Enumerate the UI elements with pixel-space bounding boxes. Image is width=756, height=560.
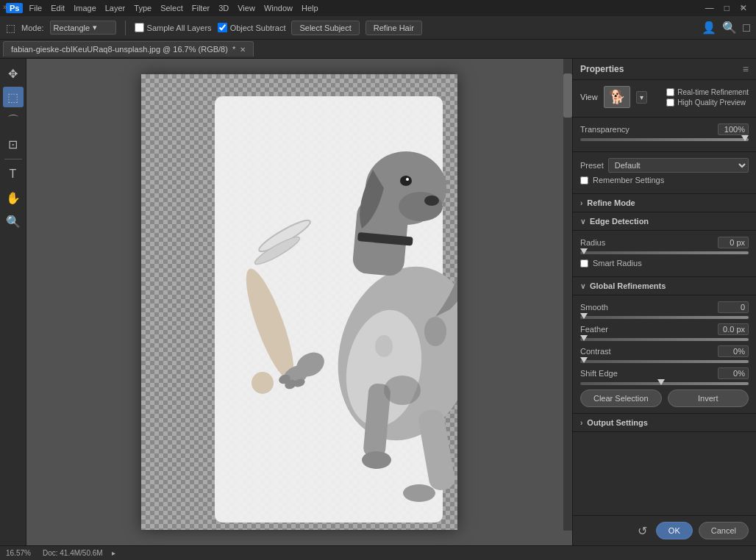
menu-type[interactable]: Type bbox=[134, 4, 151, 12]
crop-tool[interactable]: ⊡ bbox=[3, 134, 24, 154]
menu-view[interactable]: View bbox=[238, 4, 255, 12]
scroll-handle[interactable] bbox=[563, 73, 572, 118]
refine-hair-button[interactable]: Refine Hair bbox=[365, 21, 422, 35]
tab-modified: * bbox=[232, 45, 235, 54]
ok-button[interactable]: OK bbox=[656, 522, 693, 539]
refine-mode-label: Refine Mode bbox=[587, 198, 635, 207]
hand-tool[interactable]: ✋ bbox=[3, 187, 24, 208]
feather-slider[interactable] bbox=[580, 338, 749, 341]
global-refinements-header[interactable]: ∨ Global Refinements bbox=[573, 277, 756, 295]
account-icon[interactable]: 👤 bbox=[702, 21, 716, 35]
menu-image[interactable]: Image bbox=[74, 4, 96, 12]
transparency-thumb[interactable] bbox=[741, 135, 749, 141]
canvas-scroll[interactable] bbox=[26, 59, 572, 545]
properties-panel: Properties ≡ View 🐕 ▾ Real-time Refineme… bbox=[572, 59, 756, 545]
view-row: View 🐕 ▾ Real-time Refinement High Quali… bbox=[580, 86, 749, 108]
title-bar-left: Ps File Edit Image Layer Type Select Fil… bbox=[6, 3, 318, 13]
panel-menu-button[interactable]: ≡ bbox=[743, 63, 749, 75]
realtime-refinement-option[interactable]: Real-time Refinement bbox=[666, 88, 749, 96]
panel-spacer bbox=[573, 432, 756, 515]
lasso-tool[interactable]: ⌒ bbox=[3, 110, 24, 131]
zoom-tool[interactable]: 🔍 bbox=[3, 211, 24, 231]
menu-bar[interactable]: File Edit Image Layer Type Select Filter… bbox=[29, 4, 318, 12]
smooth-thumb[interactable] bbox=[580, 313, 588, 319]
menu-window[interactable]: Window bbox=[264, 4, 293, 12]
menu-layer[interactable]: Layer bbox=[105, 4, 126, 12]
vertical-scrollbar[interactable] bbox=[563, 59, 572, 531]
high-quality-option[interactable]: High Quality Preview bbox=[666, 98, 749, 107]
tab-close-button[interactable]: ✕ bbox=[240, 46, 246, 54]
menu-edit[interactable]: Edit bbox=[51, 4, 65, 12]
expand-left-icon[interactable]: » bbox=[3, 3, 7, 11]
document-tab[interactable]: fabian-gieske-cbIKeuURaq8-unsplash.jpg @… bbox=[3, 41, 254, 57]
tool-icon: ⬚ bbox=[6, 22, 15, 34]
select-subject-button[interactable]: Select Subject bbox=[291, 21, 359, 35]
text-tool[interactable]: T bbox=[3, 164, 24, 184]
sample-all-layers-input[interactable] bbox=[135, 23, 144, 32]
contrast-thumb[interactable] bbox=[580, 357, 588, 363]
output-settings-header[interactable]: › Output Settings bbox=[573, 414, 756, 432]
feather-thumb[interactable] bbox=[580, 335, 588, 341]
smart-radius-row[interactable]: Smart Radius bbox=[580, 259, 749, 268]
edge-detection-arrow-icon: ∨ bbox=[580, 218, 585, 226]
smart-radius-checkbox[interactable] bbox=[580, 259, 588, 268]
workspace-icon[interactable]: □ bbox=[743, 21, 750, 35]
contrast-slider[interactable] bbox=[580, 360, 749, 363]
smooth-value[interactable]: 0 bbox=[718, 301, 749, 313]
canvas-area[interactable] bbox=[26, 59, 572, 545]
undo-button[interactable]: ↺ bbox=[635, 522, 650, 539]
smooth-row: Smooth 0 bbox=[580, 301, 749, 313]
search-icon[interactable]: 🔍 bbox=[722, 21, 737, 35]
contrast-row: Contrast 0% bbox=[580, 345, 749, 357]
mode-dropdown[interactable]: Rectangle ▾ bbox=[50, 21, 116, 35]
view-dropdown[interactable]: ▾ bbox=[636, 91, 647, 104]
transparency-slider[interactable] bbox=[580, 138, 749, 141]
radius-value[interactable]: 0 px bbox=[718, 237, 749, 248]
menu-select[interactable]: Select bbox=[160, 4, 183, 12]
expand-right-icon[interactable]: » bbox=[740, 3, 744, 11]
svg-point-11 bbox=[400, 176, 412, 186]
clear-selection-button[interactable]: Clear Selection bbox=[580, 390, 662, 407]
status-arrow-icon[interactable]: ▸ bbox=[112, 549, 115, 557]
transparency-value[interactable]: 100% bbox=[718, 123, 749, 135]
object-subtract-input[interactable] bbox=[218, 23, 227, 32]
smooth-label: Smooth bbox=[580, 303, 608, 312]
edge-detection-label: Edge Detection bbox=[590, 217, 649, 226]
refine-mode-header[interactable]: › Refine Mode bbox=[573, 194, 756, 212]
minimize-button[interactable]: — bbox=[702, 3, 717, 13]
feather-value[interactable]: 0.0 px bbox=[718, 323, 749, 335]
separator-1 bbox=[125, 21, 126, 35]
remember-settings-checkbox[interactable] bbox=[580, 176, 588, 184]
edge-detection-header[interactable]: ∨ Edge Detection bbox=[573, 212, 756, 231]
realtime-refinement-checkbox[interactable] bbox=[666, 88, 674, 96]
global-refinements-arrow-icon: ∨ bbox=[580, 282, 585, 290]
move-tool[interactable]: ✥ bbox=[3, 63, 24, 84]
panel-title: Properties bbox=[580, 64, 624, 74]
shift-edge-thumb[interactable] bbox=[657, 379, 665, 385]
doc-size: Doc: 41.4M/50.6M bbox=[43, 549, 103, 557]
preset-row: Preset Default bbox=[580, 158, 749, 173]
shift-edge-value[interactable]: 0% bbox=[718, 367, 749, 379]
view-thumbnail[interactable]: 🐕 bbox=[604, 86, 630, 108]
sample-all-layers-checkbox[interactable]: Sample All Layers bbox=[135, 23, 212, 32]
shift-edge-slider[interactable] bbox=[580, 382, 749, 385]
preset-dropdown[interactable]: Default bbox=[608, 158, 749, 173]
high-quality-checkbox[interactable] bbox=[666, 98, 674, 107]
selection-buttons-row: Clear Selection Invert bbox=[580, 390, 749, 407]
menu-3d[interactable]: 3D bbox=[218, 4, 229, 12]
object-subtract-checkbox[interactable]: Object Subtract bbox=[218, 23, 286, 32]
refine-mode-arrow-icon: › bbox=[580, 199, 582, 207]
radius-thumb[interactable] bbox=[580, 248, 588, 254]
smooth-slider[interactable] bbox=[580, 316, 749, 319]
cancel-button[interactable]: Cancel bbox=[699, 522, 749, 539]
menu-filter[interactable]: Filter bbox=[192, 4, 210, 12]
rectangular-marquee-tool[interactable]: ⬚ bbox=[3, 87, 24, 107]
contrast-label: Contrast bbox=[580, 347, 611, 356]
menu-file[interactable]: File bbox=[29, 4, 42, 12]
menu-help[interactable]: Help bbox=[302, 4, 318, 12]
remember-settings-row[interactable]: Remember Settings bbox=[580, 176, 749, 184]
radius-slider[interactable] bbox=[580, 251, 749, 254]
invert-button[interactable]: Invert bbox=[668, 390, 749, 407]
maximize-button[interactable]: □ bbox=[721, 3, 732, 13]
contrast-value[interactable]: 0% bbox=[718, 345, 749, 357]
